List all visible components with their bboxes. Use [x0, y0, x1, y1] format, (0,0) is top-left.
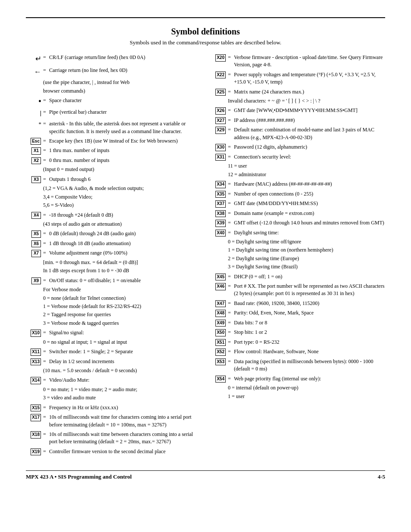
box-symbol: X29: [215, 127, 226, 134]
entry-symbol: X26: [211, 107, 228, 115]
entry-description: Connection's security level:: [234, 153, 385, 161]
list-item: X39=GMT offset (-12.0 through 14.0 hours…: [211, 219, 385, 227]
entry-extra-line: 5,6 = S-Video): [43, 202, 200, 209]
entry-description: IP address (###.###.###.###): [234, 117, 385, 124]
list-item: X17=10s of milliseconds wait time for ch…: [26, 414, 200, 429]
list-item: X54=Web page priority flag (internal use…: [211, 375, 385, 400]
entry-symbol: *: [26, 120, 43, 128]
entry-equals: =: [43, 137, 49, 145]
arrow-symbol: ←: [34, 67, 41, 78]
box-symbol: X5: [31, 230, 41, 238]
entry-symbol: X17: [26, 414, 43, 421]
entry-description: CR/LF (carriage return/line feed) (hex 0…: [49, 54, 200, 61]
entry-row: X1=1 thru max. number of inputs: [26, 147, 200, 155]
entry-description: Port # XX. The port number will be repre…: [234, 283, 385, 298]
entry-extra-line: 12 = administrator: [228, 171, 385, 178]
list-item: X53=Data pacing (specified in millisecon…: [211, 358, 385, 373]
box-symbol: X34: [215, 181, 226, 188]
entry-equals: =: [228, 219, 234, 227]
entry-extra-line: 0 = internal (default on power-up): [228, 384, 385, 392]
entry-row: ←=Carriage return (no line feed, hex 0D): [26, 67, 200, 78]
entry-symbol: X48: [211, 309, 228, 317]
box-symbol: X17: [31, 414, 41, 421]
entry-description: Video/Audio Mute:: [49, 376, 200, 384]
entry-symbol: X50: [211, 329, 228, 336]
entry-equals: =: [228, 375, 234, 383]
box-symbol: X14: [31, 377, 41, 384]
box-symbol: X49: [215, 320, 226, 327]
list-item: |=Pipe (vertical bar) character: [26, 109, 200, 118]
entry-symbol: X15: [26, 404, 43, 412]
entry-equals: =: [228, 54, 234, 61]
entry-description: Switcher mode: 1 = Single; 2 = Separate: [49, 348, 200, 355]
entry-row: X29=Default name: combination of model-n…: [211, 126, 385, 141]
list-item: X2=0 thru max. number of inputs(Input 0 …: [26, 157, 200, 174]
list-item: Esc=Escape key (hex 1B) (use W instead o…: [26, 137, 200, 145]
asterisk-symbol: *: [39, 121, 42, 127]
entry-symbol: X54: [211, 375, 228, 383]
entry-description: Verbose firmware - description - upload …: [234, 54, 385, 69]
list-item: X26=GMT date [WWW,•DD•MMM•YYYY•HH:MM:SS•…: [211, 107, 385, 115]
box-symbol: X26: [215, 107, 226, 115]
entry-row: X45=DHCP (0 = off; 1 = on): [211, 273, 385, 281]
entry-equals: =: [228, 200, 234, 207]
entry-symbol: X47: [211, 300, 228, 308]
entry-equals: =: [43, 97, 49, 104]
entry-equals: =: [43, 230, 49, 237]
entry-extra-line: 3,4 = Composite Video;: [43, 193, 200, 201]
entry-description: Data pacing (specified in milliseconds b…: [234, 358, 385, 373]
list-item: X38=Domain name (example = extron.com): [211, 210, 385, 218]
entry-symbol: X30: [211, 143, 228, 151]
box-symbol: X7: [31, 250, 41, 257]
entry-description: Stop bits: 1 or 2: [234, 329, 385, 336]
entry-row: X27=IP address (###.###.###.###): [211, 117, 385, 124]
entry-row: *=asterisk - In this table, the asterisk…: [26, 120, 200, 135]
list-item: X9=On/Off status: 0 = off/disable; 1 = o…: [26, 277, 200, 327]
entry-extra-line: 0 = none (default for Telnet connection): [43, 295, 200, 302]
box-symbol: X48: [215, 310, 226, 317]
entry-symbol: X29: [211, 126, 228, 134]
entry-row: X4=-18 through +24 (default 0 dB): [26, 212, 200, 219]
entry-symbol: X3: [26, 176, 43, 184]
entry-symbol: X6: [26, 240, 43, 248]
entry-description: Volume adjustment range (0%-100%): [49, 249, 200, 257]
entry-extra-line: 1 = Verbose mode (default for RS-232/RS-…: [43, 303, 200, 310]
list-item: X48=Parity: Odd, Even, None, Mark, Space: [211, 309, 385, 317]
left-column: ↵=CR/LF (carriage return/line feed) (hex…: [26, 54, 200, 457]
entry-description: Default name: combination of model-name …: [234, 126, 385, 141]
entry-symbol: Esc: [26, 137, 43, 145]
list-item: X22=Power supply voltages and temperatur…: [211, 71, 385, 86]
entry-extra-line: 0 = Daylight saving time off/ignore: [228, 238, 385, 246]
entry-equals: =: [228, 273, 234, 280]
box-symbol: X51: [215, 339, 226, 346]
entry-row: •=Space character: [26, 97, 200, 106]
list-item: X10=Signal/no signal:0 = no signal at in…: [26, 329, 200, 346]
box-symbol: X9: [31, 277, 41, 285]
entry-equals: =: [228, 71, 234, 78]
right-column: X20=Verbose firmware - description - upl…: [211, 54, 385, 457]
entry-extra-line: browser commands): [43, 87, 200, 95]
box-symbol: X20: [215, 54, 226, 62]
entry-equals: =: [228, 283, 234, 290]
entry-symbol: X53: [211, 358, 228, 366]
entry-description: GMT date [WWW,•DD•MMM•YYYY•HH:MM:SS•GMT]: [234, 107, 385, 114]
entry-description: Controller firmware version to the secon…: [49, 448, 200, 455]
list-item: ←=Carriage return (no line feed, hex 0D)…: [26, 67, 200, 95]
entry-equals: =: [43, 120, 49, 128]
entry-symbol: X27: [211, 117, 228, 124]
entry-equals: =: [43, 431, 49, 438]
entry-description: Delay in 1/2 second increments: [49, 358, 200, 365]
box-symbol: Esc: [31, 138, 41, 145]
entry-row: X34=Hardware (MAC) address (##-##-##-##-…: [211, 180, 385, 188]
entry-extra-line: For Verbose mode: [43, 286, 200, 293]
entry-row: X11=Switcher mode: 1 = Single; 2 = Separ…: [26, 348, 200, 356]
list-item: X6=1 dB through 18 dB (audio attenuation…: [26, 240, 200, 248]
entry-equals: =: [228, 126, 234, 134]
list-item: ↵=CR/LF (carriage return/line feed) (hex…: [26, 54, 200, 65]
entry-equals: =: [228, 180, 234, 188]
entry-description: Password (12 digits, alphanumeric): [234, 143, 385, 151]
entry-equals: =: [228, 300, 234, 307]
page: Symbol definitions Symbols used in the c…: [0, 0, 411, 532]
entry-description: Daylight saving time:: [234, 229, 385, 236]
entry-equals: =: [43, 249, 49, 257]
